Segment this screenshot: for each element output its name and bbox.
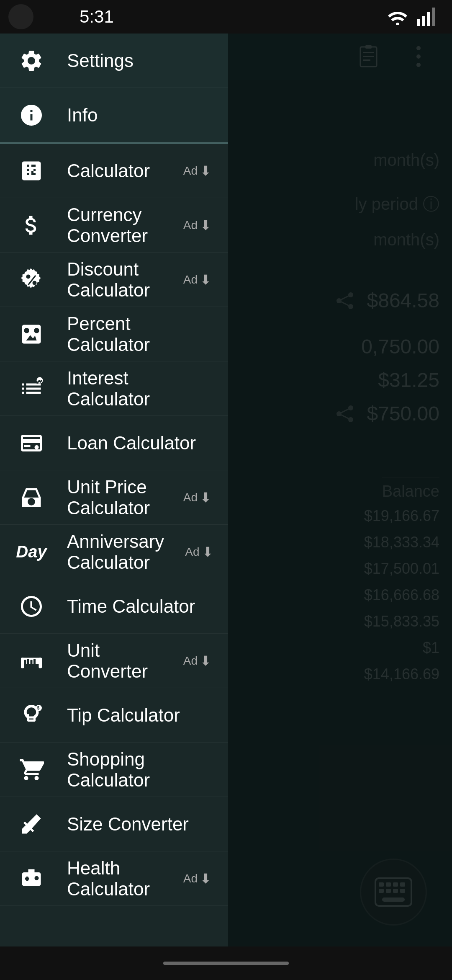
sidebar-item-interest-calculator[interactable]: Interest Calculator xyxy=(0,361,228,416)
loan-label: Loan Calculator xyxy=(67,433,211,454)
currency-icon xyxy=(17,211,46,240)
sidebar-item-time-calculator[interactable]: Time Calculator xyxy=(0,579,228,634)
svg-point-34 xyxy=(35,445,39,449)
loan-icon xyxy=(17,428,46,458)
calculator-ad-badge: Ad ⬇ xyxy=(183,163,211,179)
sidebar-item-percent-calculator[interactable]: Percent Calculator xyxy=(0,307,228,361)
settings-icon xyxy=(17,46,46,75)
info-icon xyxy=(17,101,46,130)
wifi-icon xyxy=(387,8,408,25)
shopping-label: Shopping Calculator xyxy=(67,749,211,791)
sidebar-item-discount-calculator[interactable]: Discount Calculator Ad ⬇ xyxy=(0,253,228,307)
unit-converter-icon xyxy=(17,646,46,676)
sidebar-item-anniversary-calculator[interactable]: Day Anniversary Calculator Ad ⬇ xyxy=(0,525,228,579)
currency-label: Currency Converter xyxy=(67,204,162,246)
shopping-icon xyxy=(17,755,46,784)
svg-rect-38 xyxy=(24,660,26,664)
info-label: Info xyxy=(67,105,211,126)
svg-point-0 xyxy=(396,23,399,25)
svg-rect-37 xyxy=(39,658,42,668)
status-time: 5:31 xyxy=(80,7,114,27)
svg-rect-2 xyxy=(422,16,425,26)
sidebar-item-unit-converter[interactable]: Unit Converter Ad ⬇ xyxy=(0,634,228,688)
health-icon xyxy=(17,864,46,893)
percent-icon xyxy=(17,320,46,349)
currency-ad-badge: Ad ⬇ xyxy=(183,217,211,233)
calculator-label: Calculator xyxy=(67,160,162,181)
anniversary-label: Anniversary Calculator xyxy=(67,531,164,573)
svg-rect-40 xyxy=(31,660,33,664)
signal-icon xyxy=(417,8,435,26)
anniversary-ad-badge: Ad ⬇ xyxy=(185,544,213,560)
unit-converter-label: Unit Converter xyxy=(67,640,162,682)
sidebar-item-size-converter[interactable]: Size Converter xyxy=(0,797,228,851)
sidebar-item-info[interactable]: Info xyxy=(0,88,228,142)
svg-rect-3 xyxy=(427,12,430,26)
sidebar-item-currency-converter[interactable]: Currency Converter Ad ⬇ xyxy=(0,198,228,253)
tip-label: Tip Calculator xyxy=(67,705,211,726)
discount-ad-badge: Ad ⬇ xyxy=(183,272,211,288)
sidebar-item-unit-price-calculator[interactable]: Unit Price Calculator Ad ⬇ xyxy=(0,470,228,525)
svg-rect-46 xyxy=(26,877,28,881)
time-icon xyxy=(17,592,46,621)
size-label: Size Converter xyxy=(67,814,211,835)
status-bar: 5:31 xyxy=(0,0,452,34)
interest-label: Interest Calculator xyxy=(67,368,211,410)
svg-rect-39 xyxy=(27,659,29,664)
svg-text:$: $ xyxy=(37,706,40,710)
health-label: Health Calculator xyxy=(67,858,162,900)
unit-converter-ad-badge: Ad ⬇ xyxy=(183,653,211,669)
percent-label: Percent Calculator xyxy=(67,313,211,355)
sidebar-item-calculator[interactable]: Calculator Ad ⬇ xyxy=(0,144,228,198)
discount-label: Discount Calculator xyxy=(67,259,162,301)
sidebar-item-loan-calculator[interactable]: Loan Calculator xyxy=(0,416,228,470)
settings-label: Settings xyxy=(67,50,211,71)
status-icons xyxy=(387,8,435,26)
sidebar-item-health-calculator[interactable]: Health Calculator Ad ⬇ xyxy=(0,851,228,906)
health-ad-badge: Ad ⬇ xyxy=(183,871,211,887)
sidebar-item-tip-calculator[interactable]: $ Tip Calculator xyxy=(0,688,228,743)
unit-price-label: Unit Price Calculator xyxy=(67,477,162,518)
sidebar-item-shopping-calculator[interactable]: Shopping Calculator xyxy=(0,743,228,797)
bottom-nav-bar xyxy=(0,946,452,980)
drawer-top-section: Settings Info xyxy=(0,34,228,142)
calculator-icon xyxy=(17,156,46,186)
size-icon xyxy=(17,810,46,839)
tip-icon: $ xyxy=(17,701,46,730)
svg-rect-41 xyxy=(33,659,36,664)
interest-icon xyxy=(17,374,46,403)
sidebar-item-settings[interactable]: Settings xyxy=(0,34,228,88)
svg-rect-4 xyxy=(432,8,435,26)
unit-price-icon xyxy=(17,483,46,512)
time-label: Time Calculator xyxy=(67,596,211,617)
navigation-drawer: Settings Info Calculator Ad ⬇ xyxy=(0,34,228,980)
unit-price-ad-badge: Ad ⬇ xyxy=(183,490,211,505)
right-side-overlay xyxy=(228,34,452,946)
svg-rect-1 xyxy=(417,19,420,26)
svg-rect-36 xyxy=(21,658,24,668)
discount-icon xyxy=(17,265,46,294)
camera-cutout xyxy=(8,4,33,29)
anniversary-icon: Day xyxy=(17,537,46,567)
home-indicator xyxy=(163,962,289,965)
